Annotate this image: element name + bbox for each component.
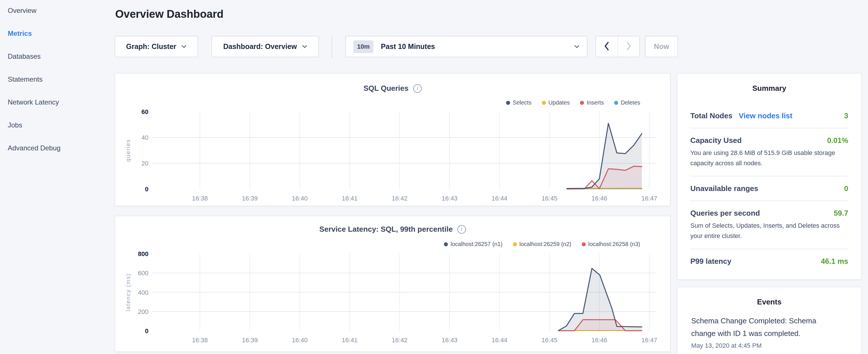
svg-text:16:41: 16:41: [342, 336, 358, 344]
legend-item: Selects: [506, 99, 532, 106]
summary-row: Capacity Used0.01%: [677, 136, 861, 145]
sql-queries-chart-card: SQL Queries i SelectsUpdatesInsertsDelet…: [115, 73, 671, 206]
chart-title: SQL Queries: [363, 84, 408, 93]
legend-item: localhost:26257 (n1): [444, 241, 502, 248]
summary-title: Summary: [677, 84, 861, 93]
svg-text:16:45: 16:45: [541, 195, 557, 202]
chevron-down-icon: [181, 45, 187, 48]
dashboard-dropdown[interactable]: Dashboard: Overview: [212, 36, 319, 57]
svg-text:20: 20: [142, 160, 149, 167]
time-range-badge: 10m: [353, 40, 373, 53]
svg-text:600: 600: [138, 269, 149, 277]
info-icon[interactable]: i: [413, 84, 422, 93]
svg-text:16:39: 16:39: [242, 336, 258, 344]
events-title: Events: [677, 297, 861, 307]
summary-row-value: 3: [844, 111, 848, 120]
svg-text:16:43: 16:43: [442, 195, 457, 202]
graph-dropdown[interactable]: Graph: Cluster: [115, 36, 198, 57]
sidebar-item-network-latency[interactable]: Network Latency: [8, 98, 60, 106]
app-root: OverviewMetricsDatabasesStatementsNetwor…: [0, 0, 868, 354]
summary-row-label: Total Nodes: [690, 111, 733, 120]
svg-text:40: 40: [142, 134, 149, 141]
dashboard-dropdown-label: Dashboard: Overview: [223, 42, 297, 51]
chart-legend: SelectsUpdatesInsertsDeletes: [506, 99, 640, 106]
divider: [690, 176, 848, 176]
svg-text:16:46: 16:46: [591, 336, 607, 344]
sidebar-item-advanced-debug[interactable]: Advanced Debug: [8, 144, 60, 152]
legend-label: Updates: [549, 99, 570, 106]
legend-item: Inserts: [580, 99, 604, 106]
sidebar-item-jobs[interactable]: Jobs: [8, 121, 60, 129]
svg-text:16:38: 16:38: [192, 195, 208, 202]
legend-item: localhost:26259 (n2): [513, 241, 571, 248]
summary-row-description: You are using 28.6 MiB of 515.9 GiB usab…: [677, 148, 861, 168]
previous-time-button[interactable]: [596, 36, 618, 57]
svg-text:queries: queries: [125, 139, 131, 162]
now-button-label: Now: [654, 42, 669, 51]
service-latency-chart-card: Service Latency: SQL, 99th percentile i …: [115, 216, 671, 352]
divider: [690, 249, 848, 249]
event-item[interactable]: Schema Change Completed: Schema change w…: [677, 315, 861, 349]
svg-text:16:45: 16:45: [541, 336, 557, 344]
svg-text:16:40: 16:40: [292, 195, 308, 202]
svg-text:400: 400: [138, 289, 149, 296]
legend-dot-icon: [580, 101, 584, 105]
legend-dot-icon: [513, 242, 517, 246]
legend-dot-icon: [582, 242, 586, 246]
legend-label: localhost:26259 (n2): [520, 241, 571, 248]
service-latency-chart[interactable]: 16:3816:3916:4016:4116:4216:4316:4416:45…: [115, 216, 671, 351]
divider: [690, 200, 848, 201]
legend-label: localhost:26258 (n3): [588, 241, 640, 248]
svg-text:200: 200: [138, 308, 149, 315]
summary-row: Total NodesView nodes list3: [677, 111, 861, 120]
summary-rows: Total NodesView nodes list3Capacity Used…: [677, 111, 861, 266]
controls-divider: [332, 35, 332, 58]
chart-title-row: Service Latency: SQL, 99th percentile i: [115, 225, 670, 234]
legend-item: localhost:26258 (n3): [582, 241, 640, 248]
summary-row-description: Sum of Selects, Updates, Inserts, and De…: [677, 221, 861, 241]
event-timestamp: May 13, 2020 at 4:45 PM: [691, 342, 847, 349]
svg-text:60: 60: [142, 108, 149, 116]
legend-label: Inserts: [587, 99, 604, 106]
legend-dot-icon: [614, 101, 618, 105]
legend-label: localhost:26257 (n1): [451, 241, 502, 248]
legend-item: Updates: [542, 99, 570, 106]
summary-row: Unavailable ranges0: [677, 184, 861, 193]
view-nodes-list-link[interactable]: View nodes list: [739, 111, 792, 120]
sidebar-item-databases[interactable]: Databases: [8, 53, 60, 60]
legend-label: Deletes: [621, 99, 640, 106]
summary-row-value: 0.01%: [827, 136, 848, 145]
sidebar-item-metrics[interactable]: Metrics: [8, 30, 60, 37]
chart-title: Service Latency: SQL, 99th percentile: [319, 225, 453, 234]
next-time-button[interactable]: [618, 36, 640, 57]
svg-text:16:42: 16:42: [392, 195, 407, 202]
sidebar-item-statements[interactable]: Statements: [8, 75, 60, 83]
summary-row-label: Queries per second: [690, 209, 760, 218]
svg-text:16:41: 16:41: [342, 195, 358, 202]
event-text: Schema Change Completed: Schema change w…: [691, 315, 820, 340]
graph-dropdown-label: Graph: Cluster: [126, 42, 176, 51]
time-step-buttons: [595, 36, 640, 57]
events-list: Schema Change Completed: Schema change w…: [677, 315, 861, 349]
legend-dot-icon: [542, 101, 546, 105]
chevron-down-icon: [574, 45, 580, 48]
summary-row-label: Unavailable ranges: [690, 184, 758, 193]
summary-row: P99 latency46.1 ms: [677, 257, 861, 266]
legend-dot-icon: [444, 242, 448, 246]
legend-label: Selects: [513, 99, 532, 106]
summary-row: Queries per second59.7: [677, 208, 861, 218]
summary-row-value: 46.1 ms: [821, 257, 848, 266]
sql-queries-chart[interactable]: 16:3816:3916:4016:4116:4216:4316:4416:45…: [115, 74, 671, 206]
now-button[interactable]: Now: [645, 36, 678, 57]
sidebar-item-overview[interactable]: Overview: [8, 7, 60, 14]
svg-text:0: 0: [145, 186, 149, 193]
summary-row-label: P99 latency: [690, 257, 731, 266]
svg-text:16:44: 16:44: [492, 336, 507, 344]
svg-text:16:47: 16:47: [641, 195, 657, 202]
legend-dot-icon: [506, 101, 510, 105]
time-range-selector[interactable]: 10m Past 10 Minutes: [345, 36, 587, 57]
svg-text:16:44: 16:44: [492, 195, 507, 202]
svg-text:16:39: 16:39: [242, 195, 258, 202]
info-icon[interactable]: i: [457, 225, 466, 234]
summary-panel: Summary Total NodesView nodes list3Capac…: [677, 73, 862, 280]
